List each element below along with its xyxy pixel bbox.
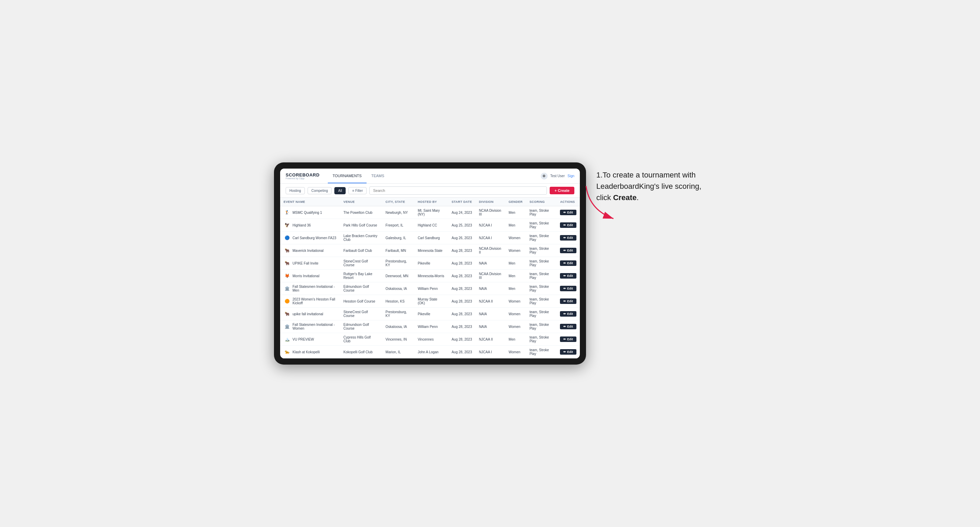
gear-icon[interactable]: ⚙ — [541, 173, 547, 179]
logo-area: SCOREBOARD Powered by Clipp — [286, 173, 320, 179]
city-state-cell: Hesston, KS — [382, 295, 414, 308]
start-date-cell: Aug 24, 2023 — [448, 206, 476, 219]
scoring-cell: team, Stroke Play — [526, 346, 557, 359]
filter-competing-button[interactable]: Competing — [307, 187, 332, 194]
event-name-cell: 🐆 Klash at Kokopelli — [280, 346, 340, 359]
event-name: Maverick Invitational — [293, 249, 324, 252]
venue-cell: Hesston Golf Course — [340, 295, 382, 308]
division-cell: NAIA — [476, 283, 506, 295]
nav-bar: SCOREBOARD Powered by Clipp TOURNAMENTS … — [280, 168, 580, 184]
division-cell: NAIA — [476, 308, 506, 321]
annotation-bold: Create — [613, 193, 636, 202]
edit-button[interactable]: ✏ Edit — [560, 324, 576, 329]
gender-cell: Men — [505, 333, 526, 346]
city-state-cell: Prestonsburg, KY — [382, 257, 414, 270]
gender-cell: Men — [505, 283, 526, 295]
edit-button[interactable]: ✏ Edit — [560, 311, 576, 317]
start-date-cell: Aug 28, 2023 — [448, 283, 476, 295]
actions-cell: ✏ Edit — [557, 283, 580, 295]
division-cell: NCAA Division III — [476, 206, 506, 219]
start-date-cell: Aug 28, 2023 — [448, 321, 476, 333]
event-icon: 🏌️ — [283, 209, 290, 216]
event-name-cell: 🦅 Highland 36 — [280, 219, 340, 232]
venue-cell: StoneCrest Golf Course — [340, 308, 382, 321]
division-cell: NJCAA I — [476, 219, 506, 232]
scoring-cell: team, Stroke Play — [526, 244, 557, 257]
nav-teams[interactable]: TEAMS — [367, 168, 389, 183]
city-state-cell: Faribault, MN — [382, 244, 414, 257]
actions-cell: ✏ Edit — [557, 219, 580, 232]
col-division: DIVISION — [476, 198, 506, 206]
edit-button[interactable]: ✏ Edit — [560, 248, 576, 253]
actions-cell: ✏ Edit — [557, 244, 580, 257]
city-state-cell: Oskaloosa, IA — [382, 283, 414, 295]
filter-button[interactable]: ≡ Filter — [348, 187, 367, 194]
event-icon: 🦊 — [283, 272, 290, 279]
edit-button[interactable]: ✏ Edit — [560, 210, 576, 215]
city-state-cell: Newburgh, NY — [382, 206, 414, 219]
scoring-cell: team, Stroke Play — [526, 308, 557, 321]
event-icon: 🐆 — [283, 348, 290, 356]
toolbar: Hosting Competing All ≡ Filter + Create — [280, 184, 580, 198]
edit-button[interactable]: ✏ Edit — [560, 235, 576, 241]
hosted-by-cell: William Penn — [414, 321, 448, 333]
gender-cell: Men — [505, 257, 526, 270]
event-name-cell: 🏌️ MSMC Qualifying 1 — [280, 206, 340, 219]
city-state-cell: Freeport, IL — [382, 219, 414, 232]
event-name: 2023 Women's Hesston Fall Kickoff — [293, 297, 337, 305]
event-name-cell: 🏛️ Fall Statesmen Invitational - Men — [280, 283, 340, 295]
event-name: VU PREVIEW — [293, 338, 314, 341]
annotation-panel: 1.To create a tournament with Leaderboar… — [596, 162, 706, 203]
filter-all-button[interactable]: All — [334, 187, 346, 194]
edit-button[interactable]: ✏ Edit — [560, 349, 576, 355]
gender-cell: Women — [505, 232, 526, 244]
edit-button[interactable]: ✏ Edit — [560, 286, 576, 291]
table-row: 🏛️ Fall Statesmen Invitational - Men Edm… — [280, 283, 580, 295]
division-cell: NJCAA I — [476, 346, 506, 359]
gender-cell: Men — [505, 206, 526, 219]
signin-link[interactable]: Sign — [568, 174, 574, 178]
table-header-row: EVENT NAME VENUE CITY, STATE HOSTED BY S… — [280, 198, 580, 206]
event-name-cell: 🐂 UPIKE Fall Invite — [280, 257, 340, 270]
edit-button[interactable]: ✏ Edit — [560, 273, 576, 279]
scoring-cell: team, Stroke Play — [526, 219, 557, 232]
edit-button[interactable]: ✏ Edit — [560, 298, 576, 304]
app-logo: SCOREBOARD — [286, 173, 320, 177]
division-cell: NAIA — [476, 321, 506, 333]
tournaments-table: EVENT NAME VENUE CITY, STATE HOSTED BY S… — [280, 198, 580, 359]
division-cell: NJCAA I — [476, 232, 506, 244]
create-button[interactable]: + Create — [550, 187, 574, 194]
division-cell: NCAA Division II — [476, 244, 506, 257]
search-input[interactable] — [369, 186, 547, 195]
edit-button[interactable]: ✏ Edit — [560, 337, 576, 342]
nav-tournaments[interactable]: TOURNAMENTS — [328, 168, 367, 183]
gender-cell: Men — [505, 270, 526, 283]
venue-cell: Edmundson Golf Course — [340, 283, 382, 295]
actions-cell: ✏ Edit — [557, 295, 580, 308]
scoring-cell: team, Stroke Play — [526, 295, 557, 308]
table-row: 🦅 Highland 36 Park Hills Golf Course Fre… — [280, 219, 580, 232]
table-row: 🔵 Carl Sandburg Women FA23 Lake Bracken … — [280, 232, 580, 244]
scoring-cell: team, Stroke Play — [526, 257, 557, 270]
col-event-name: EVENT NAME — [280, 198, 340, 206]
edit-button[interactable]: ✏ Edit — [560, 222, 576, 228]
col-hosted-by: HOSTED BY — [414, 198, 448, 206]
actions-cell: ✏ Edit — [557, 270, 580, 283]
event-name-cell: 🏔️ VU PREVIEW — [280, 333, 340, 346]
venue-cell: The Powelton Club — [340, 206, 382, 219]
hosted-by-cell: Minnesota State — [414, 244, 448, 257]
tablet-device: SCOREBOARD Powered by Clipp TOURNAMENTS … — [274, 162, 586, 365]
event-name-cell: 🏛️ Fall Statesmen Invitational - Women — [280, 321, 340, 333]
gender-cell: Women — [505, 321, 526, 333]
hosted-by-cell: Murray State (OK) — [414, 295, 448, 308]
event-name: UPIKE Fall Invite — [293, 262, 318, 265]
division-cell: NJCAA II — [476, 295, 506, 308]
start-date-cell: Aug 28, 2023 — [448, 257, 476, 270]
event-icon: 🐂 — [283, 310, 290, 317]
edit-button[interactable]: ✏ Edit — [560, 260, 576, 266]
start-date-cell: Aug 28, 2023 — [448, 308, 476, 321]
event-name: Highland 36 — [293, 224, 311, 227]
filter-hosting-button[interactable]: Hosting — [286, 187, 305, 194]
actions-cell: ✏ Edit — [557, 232, 580, 244]
annotation-suffix: . — [636, 193, 638, 202]
